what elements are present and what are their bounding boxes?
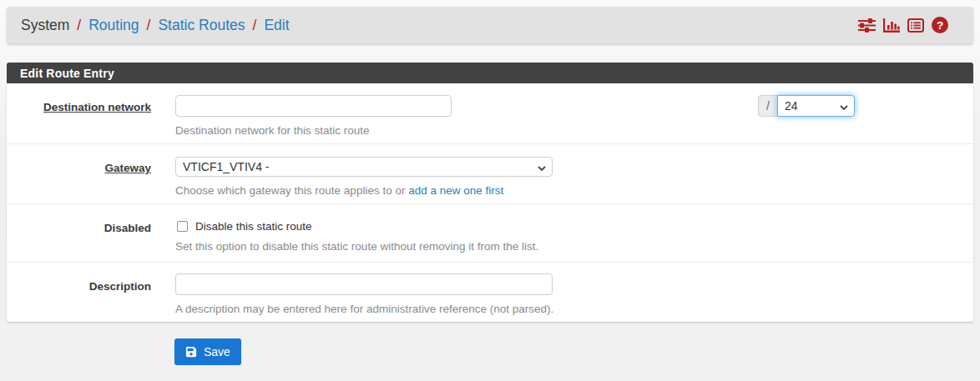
edit-route-panel: Edit Route Entry Destination network / 2…: [7, 63, 973, 322]
panel-title: Edit Route Entry: [7, 63, 973, 83]
panel-body: Destination network / 24: [7, 83, 973, 322]
mask-prefix-addon: /: [758, 95, 777, 117]
topbar-icons: ?: [858, 17, 948, 33]
description-input[interactable]: [175, 273, 553, 295]
row-disabled: Disabled Disable this static route Set t…: [7, 204, 973, 263]
disable-route-checkbox-label: Disable this static route: [195, 220, 312, 233]
disabled-help: Set this option to disable this static r…: [175, 240, 973, 253]
disabled-label: Disabled: [104, 222, 151, 234]
row-description: Description A description may be entered…: [7, 263, 973, 322]
breadcrumb-link-static-routes[interactable]: Static Routes: [158, 17, 245, 34]
destination-network-help: Destination network for this static rout…: [175, 124, 973, 137]
chart-bar-icon[interactable]: [883, 18, 900, 33]
breadcrumb-bar: System / Routing / Static Routes / Edit: [7, 7, 973, 43]
disable-route-option: Disable this static route: [175, 216, 973, 233]
gateway-help: Choose which gateway this route applies …: [175, 184, 973, 197]
subnet-mask-group: / 24: [758, 95, 855, 117]
destination-network-input[interactable]: [175, 95, 452, 117]
help-icon[interactable]: ?: [932, 17, 948, 33]
description-help: A description may be entered here for ad…: [175, 303, 973, 315]
save-button-label: Save: [204, 345, 230, 358]
breadcrumb-link-edit[interactable]: Edit: [264, 17, 289, 34]
breadcrumb-separator: /: [147, 17, 151, 34]
gateway-select[interactable]: VTICF1_VTIV4 -: [175, 157, 553, 177]
save-button[interactable]: Save: [174, 338, 241, 365]
svg-text:?: ?: [937, 19, 943, 32]
sliders-icon[interactable]: [858, 18, 876, 33]
breadcrumb-system: System: [21, 17, 69, 34]
breadcrumb-separator: /: [253, 17, 257, 34]
row-destination-network: Destination network / 24: [7, 83, 973, 144]
breadcrumb: System / Routing / Static Routes / Edit: [21, 17, 290, 34]
description-label: Description: [89, 280, 151, 293]
save-icon: [185, 346, 197, 358]
destination-network-label: Destination network: [43, 101, 151, 113]
row-gateway: Gateway VTICF1_VTIV4 - Choose which gate…: [7, 144, 973, 204]
list-alt-icon[interactable]: [907, 18, 924, 33]
disable-route-checkbox[interactable]: [177, 221, 188, 232]
gateway-label: Gateway: [104, 162, 151, 174]
subnet-mask-select[interactable]: 24: [777, 95, 855, 117]
breadcrumb-link-routing[interactable]: Routing: [88, 17, 139, 34]
form-actions: Save: [174, 338, 980, 369]
add-gateway-link[interactable]: add a new one first: [408, 184, 503, 197]
breadcrumb-separator: /: [77, 17, 81, 34]
